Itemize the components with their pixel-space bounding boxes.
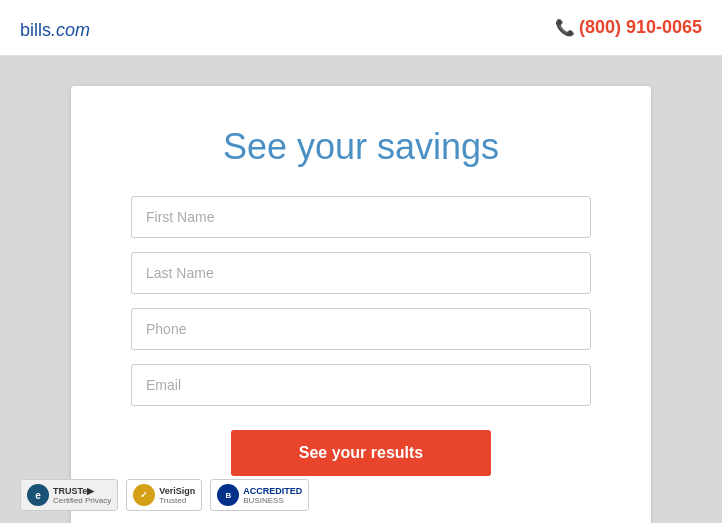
last-name-input[interactable] <box>131 252 591 294</box>
first-name-group <box>131 196 591 238</box>
email-input[interactable] <box>131 364 591 406</box>
savings-card: See your savings See your results <box>71 86 651 523</box>
logo-text: bills <box>20 20 51 40</box>
bbb-badge: B ACCREDITED BUSINESS <box>210 479 309 511</box>
phone-group <box>131 308 591 350</box>
bbb-label: ACCREDITED <box>243 486 302 496</box>
truste-text: TRUSTe▶ Certified Privacy <box>53 486 111 505</box>
phone-input[interactable] <box>131 308 591 350</box>
verisign-badge: ✓ VeriSign Trusted <box>126 479 202 511</box>
verisign-sublabel: Trusted <box>159 496 195 505</box>
trust-badges: e TRUSTe▶ Certified Privacy ✓ VeriSign T… <box>20 479 309 511</box>
card-title: See your savings <box>223 126 499 168</box>
bbb-text: ACCREDITED BUSINESS <box>243 486 302 505</box>
verisign-icon: ✓ <box>133 484 155 506</box>
verisign-label: VeriSign <box>159 486 195 496</box>
truste-sublabel: Certified Privacy <box>53 496 111 505</box>
verisign-text: VeriSign Trusted <box>159 486 195 505</box>
truste-label: TRUSTe▶ <box>53 486 111 496</box>
bbb-sublabel: BUSINESS <box>243 496 302 505</box>
phone-area[interactable]: 📞 (800) 910-0065 <box>555 17 702 38</box>
bbb-icon: B <box>217 484 239 506</box>
phone-icon: 📞 <box>555 18 575 37</box>
first-name-input[interactable] <box>131 196 591 238</box>
email-group <box>131 364 591 406</box>
last-name-group <box>131 252 591 294</box>
truste-badge: e TRUSTe▶ Certified Privacy <box>20 479 118 511</box>
logo-suffix: .com <box>51 20 90 40</box>
logo: bills.com <box>20 12 90 43</box>
submit-button[interactable]: See your results <box>231 430 491 476</box>
truste-icon: e <box>27 484 49 506</box>
header: bills.com 📞 (800) 910-0065 <box>0 0 722 56</box>
phone-number: (800) 910-0065 <box>579 17 702 38</box>
main-content: See your savings See your results <box>0 56 722 523</box>
